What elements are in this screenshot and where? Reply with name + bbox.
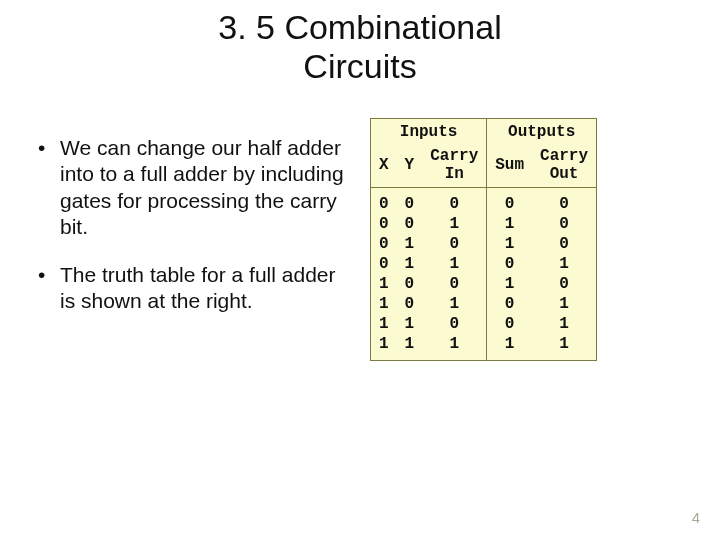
table-cell: 1 — [371, 314, 397, 334]
table-cell: 0 — [397, 188, 423, 215]
table-cell: 0 — [422, 234, 487, 254]
table-row: 10010 — [371, 274, 597, 294]
table-cell: 1 — [397, 234, 423, 254]
table-row: 01010 — [371, 234, 597, 254]
table-cell: 0 — [422, 188, 487, 215]
group-header-inputs: Inputs — [371, 119, 487, 145]
table-cell: 0 — [371, 214, 397, 234]
table-cell: 0 — [397, 214, 423, 234]
table-cell: 0 — [487, 294, 532, 314]
table-row: 01101 — [371, 254, 597, 274]
table-cell: 1 — [422, 294, 487, 314]
table-cell: 1 — [371, 334, 397, 361]
table-cell: 0 — [487, 314, 532, 334]
table-cell: 1 — [487, 214, 532, 234]
table-cell: 1 — [532, 314, 597, 334]
table-row: 11001 — [371, 314, 597, 334]
title-line-1: 3. 5 Combinational — [218, 8, 502, 46]
table-cell: 1 — [532, 334, 597, 361]
col-carry-in: CarryIn — [422, 144, 487, 188]
table-row: 10101 — [371, 294, 597, 314]
truth-table: Inputs Outputs X Y CarryIn Sum CarryOut … — [370, 118, 597, 361]
table-cell: 0 — [532, 214, 597, 234]
table-cell: 1 — [532, 254, 597, 274]
table-cell: 1 — [371, 274, 397, 294]
slide: 3. 5 Combinational Circuits We can chang… — [0, 0, 720, 540]
col-y: Y — [397, 144, 423, 188]
table-cell: 0 — [371, 234, 397, 254]
table-cell: 1 — [487, 334, 532, 361]
table-cell: 0 — [487, 188, 532, 215]
table-cell: 1 — [397, 314, 423, 334]
table-cell: 1 — [371, 294, 397, 314]
table-cell: 0 — [532, 274, 597, 294]
table-cell: 1 — [487, 234, 532, 254]
table-cell: 0 — [397, 294, 423, 314]
table-cell: 0 — [371, 254, 397, 274]
slide-title: 3. 5 Combinational Circuits — [0, 0, 720, 86]
table-cell: 1 — [532, 294, 597, 314]
table-cell: 1 — [397, 254, 423, 274]
bullet-1: We can change our half adder into to a f… — [36, 135, 356, 240]
table-cell: 0 — [487, 254, 532, 274]
table-row: 11111 — [371, 334, 597, 361]
table-cell: 0 — [397, 274, 423, 294]
table-cell: 0 — [532, 234, 597, 254]
table-cell: 1 — [397, 334, 423, 361]
table-cell: 0 — [371, 188, 397, 215]
col-sum: Sum — [487, 144, 532, 188]
table-cell: 0 — [422, 314, 487, 334]
table-row: 00000 — [371, 188, 597, 215]
table-cell: 0 — [422, 274, 487, 294]
col-carry-out: CarryOut — [532, 144, 597, 188]
table-cell: 1 — [422, 214, 487, 234]
table-cell: 1 — [422, 254, 487, 274]
table-cell: 1 — [487, 274, 532, 294]
group-header-outputs: Outputs — [487, 119, 597, 145]
page-number: 4 — [692, 509, 700, 526]
table-cell: 1 — [422, 334, 487, 361]
bullet-2: The truth table for a full adder is show… — [36, 262, 356, 315]
body-text: We can change our half adder into to a f… — [36, 135, 356, 337]
title-line-2: Circuits — [303, 47, 416, 85]
table-row: 00110 — [371, 214, 597, 234]
col-x: X — [371, 144, 397, 188]
table-cell: 0 — [532, 188, 597, 215]
